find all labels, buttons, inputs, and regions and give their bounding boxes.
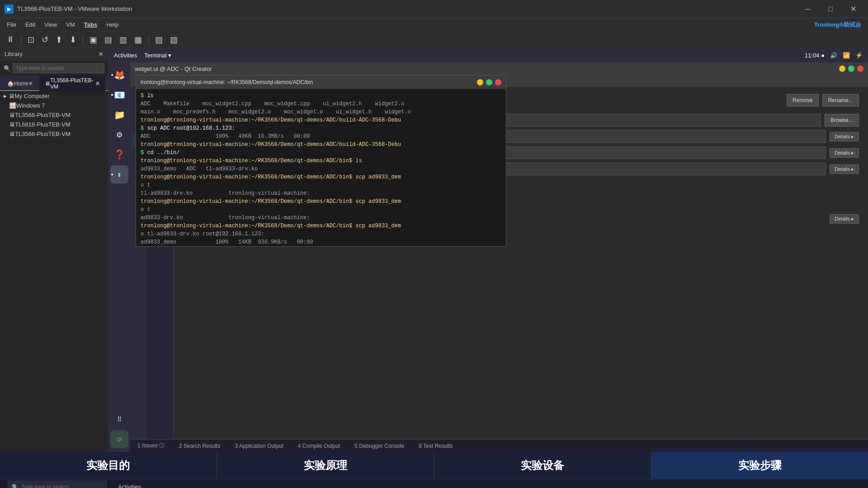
terminal-line-15: o t [141,206,501,214]
library-close-icon[interactable]: ✕ [99,51,104,57]
terminal-line-11: tronlong@tronlong-virtual-machine:~/RK35… [141,173,501,181]
network-icon: 📶 [843,52,850,59]
footer-section-3[interactable]: 实验设备 [434,452,651,479]
tree-expand-icon: ▸ [4,92,7,99]
app-title: TL3568-PlusTEB-VM - VMware Workstation [17,5,797,12]
bottom-tab-search[interactable]: 2 Search Results [172,440,227,452]
terminal-window-buttons [477,79,501,85]
bottom-tab-test[interactable]: 8 Test Results [411,440,460,452]
qt-titlebar-buttons [839,66,863,72]
dock-item-apps[interactable]: ⠿ [110,410,128,428]
toolbar-btn-7[interactable]: ▥ [117,33,130,46]
menu-vm[interactable]: VM [61,19,80,30]
terminal-restore-btn[interactable] [486,79,492,85]
tree-item-mycomputer[interactable]: ▸ 🖥 My Computer [0,91,108,101]
qt-close-btn[interactable] [857,66,863,72]
dock-item-help[interactable]: ❓ [110,145,128,164]
toolbar-btn-5[interactable]: ▣ [87,33,100,46]
tronlong-logo: Tronlong®助试台 [814,21,861,29]
footer-section-1[interactable]: 实验目的 [0,452,217,479]
dock-item-firefox[interactable]: 🦊 [110,66,128,84]
search-input[interactable] [13,63,104,73]
bottom-tab-appoutput[interactable]: 3 Application Output [227,440,290,452]
dock-active-dot [111,74,113,76]
terminal-window: tronlong@tronlong-virtual-machine: ~/RK3… [136,75,506,247]
terminal-content[interactable]: $ ls ADC Makefile moc_widget2.cpp moc_wi… [136,89,506,246]
vmws-tab-home[interactable]: 🏠 Home ✕ [2,78,38,89]
terminal-minimize-btn[interactable] [477,79,483,85]
tree-windows-icon: 🪟 [9,102,16,109]
close-button[interactable]: ✕ [843,2,863,16]
library-search: 🔍 [0,61,108,76]
tree-item-vm3[interactable]: 🖥 TL3568-PlusTEB-VM [0,129,108,139]
terminal-menu[interactable]: Terminal ▾ [144,52,171,59]
titlebar: ▶ TL3568-PlusTEB-VM - VMware Workstation… [0,0,868,18]
bottom-tab-issues[interactable]: 1 Issues ⓘ [130,439,172,452]
remove-button[interactable]: Remove [787,94,819,107]
details-btn-3[interactable]: Details ▸ [830,164,859,174]
toolbar-btn-4[interactable]: ⬇ [67,33,79,46]
dock-item-mail[interactable]: 📧 [110,86,128,104]
windows-search-bar[interactable]: 🔍 [7,480,107,488]
dock-active-dot-2 [111,94,113,96]
dock-item-files[interactable]: 📁 [110,106,128,124]
tab-vm-close[interactable]: ✕ [95,80,100,87]
main-layout: Library ✕ 🔍 🏠 Home ✕ 🖥 TL3568-PlusTEB-VM… [0,48,868,452]
library-title: Library [5,51,23,57]
chinese-footer: 实验目的 实验原理 实验设备 实验步骤 [0,452,868,479]
minimize-button[interactable]: ─ [797,2,818,16]
bottom-tab-bar: 1 Issues ⓘ 2 Search Results 3 Applicatio… [130,439,868,452]
menu-file[interactable]: File [2,19,21,30]
env-details-btn[interactable]: Details ▸ [830,214,859,224]
tab-home-close[interactable]: ✕ [28,80,33,87]
files-icon: 📁 [114,109,125,120]
browse-button[interactable]: Browse... [825,114,859,127]
menu-view[interactable]: View [40,19,61,30]
tree-item-vm1[interactable]: 🖥 TL3568-PlusTEB-VM [0,110,108,120]
win-search-input[interactable] [21,484,103,488]
tree-vm2-icon: 🖥 [9,121,15,128]
toolbar-separator-3 [148,35,149,44]
vmws-tab-bar: 🏠 Home ✕ 🖥 TL3568-PlusTEB-VM ✕ [0,76,108,91]
terminal-line-10: ad9833_demo ADC tl-ad9833-drv.ko [141,165,501,173]
rename-button[interactable]: Rename... [822,94,859,107]
toolbar-btn-1[interactable]: ⊡ [25,33,37,46]
bottom-tab-debugger[interactable]: 5 Debugger Console [347,440,411,452]
toolbar-btn-6[interactable]: ▤ [102,33,115,46]
apps-grid-icon: ⠿ [117,416,122,423]
qt-minimize-btn[interactable] [839,66,845,72]
restore-button[interactable]: □ [820,2,841,16]
details-btn-1[interactable]: Details ▸ [830,132,859,141]
volume-icon: 🔊 [830,52,837,59]
toolbar-btn-8[interactable]: ▦ [132,33,145,46]
bottom-tab-compile[interactable]: 4 Compile Output [291,440,347,452]
help-icon: ❓ [114,149,125,160]
vmws-tab-vm[interactable]: 🖥 TL3568-PlusTEB-VM ✕ [39,75,105,92]
toolbar-btn-3[interactable]: ⬆ [53,33,65,46]
terminal-line-19: ad9833_demo 100% 14KB 930.9KB/s 00:00 [141,238,501,246]
toolbar: ⏸ ⊡ ↺ ⬆ ⬇ ▣ ▤ ▥ ▦ ▧ ▨ [0,32,868,48]
activities-label[interactable]: Activities [114,52,137,59]
dock-item-terminal[interactable]: ▮ [110,165,128,183]
dock-item-settings[interactable]: ⚙ [110,126,128,144]
details-btn-2[interactable]: Details ▸ [830,148,859,158]
terminal-close-btn[interactable] [495,79,501,85]
toolbar-btn-9[interactable]: ▧ [152,33,165,46]
pause-button[interactable]: ⏸ [4,33,17,46]
tree-item-windows7[interactable]: 🪟 Windows 7 [0,101,108,110]
toolbar-btn-2[interactable]: ↺ [39,33,51,46]
dock-item-qt[interactable]: Qt [110,430,128,448]
terminal-line-5: $ scp ADC root@192.168.1.123: [141,124,501,132]
menu-tabs[interactable]: Tabs [80,19,102,30]
qt-restore-btn[interactable] [848,66,854,72]
footer-section-2[interactable]: 实验原理 [217,452,434,479]
terminal-line-1: $ ls [141,92,501,100]
activities-taskbar-label[interactable]: Activities [114,482,145,488]
menu-edit[interactable]: Edit [21,19,40,30]
tree-item-vm2[interactable]: 🖥 TL6818-PlusTEB-VM [0,120,108,129]
toolbar-btn-10[interactable]: ▨ [167,33,180,46]
qt-creator-title: widget.ui @ ADC - Qt Creator [135,66,212,72]
menu-help[interactable]: Help [102,19,123,30]
terminal-line-12: o t [141,181,501,189]
footer-section-4[interactable]: 实验步骤 [652,452,868,479]
